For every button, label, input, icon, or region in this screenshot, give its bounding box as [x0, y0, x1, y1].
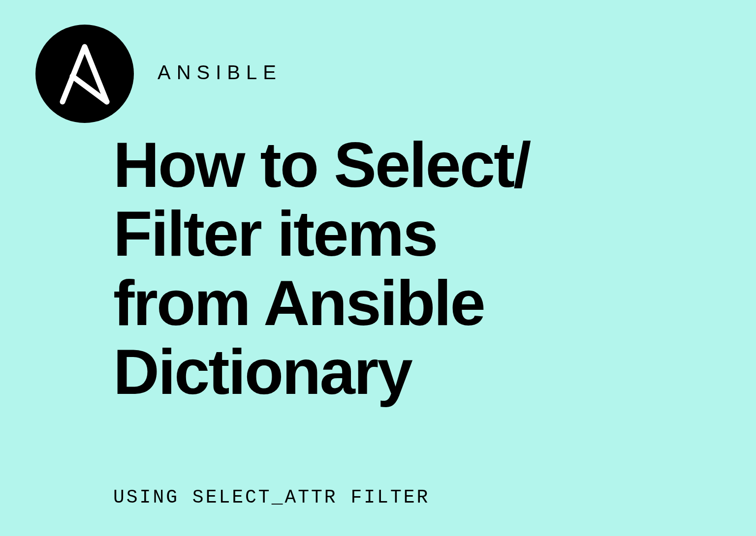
brand-name: ANSIBLE [158, 61, 282, 84]
page-subtitle-text: USING SELECT_ATTR FILTER [113, 487, 430, 508]
page-title-text: How to Select/ Filter items from Ansible… [113, 129, 530, 408]
page-title: How to Select/ Filter items from Ansible… [113, 130, 530, 407]
ansible-logo [35, 25, 134, 123]
ansible-a-icon [58, 42, 112, 106]
page-subtitle: USING SELECT_ATTR FILTER [113, 487, 430, 508]
brand-name-text: ANSIBLE [158, 61, 282, 83]
